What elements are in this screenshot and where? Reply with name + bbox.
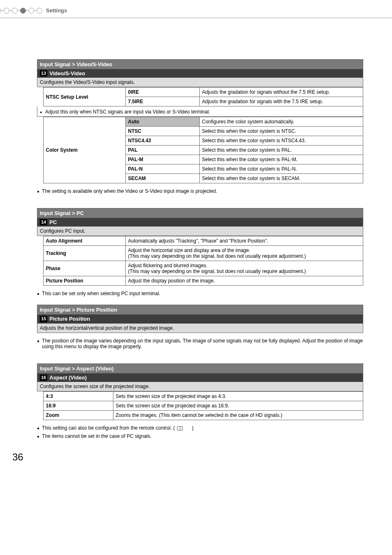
bead-empty xyxy=(4,8,9,14)
section4-desc: Configures the screen size of the projec… xyxy=(37,382,363,391)
pc-tracking-label: Tracking xyxy=(43,246,125,261)
cs-desc-secam: Select this when the color system is SEC… xyxy=(199,174,363,183)
cs-opt-auto: Auto xyxy=(125,117,199,127)
pc-table: Auto Alignment Automatically adjusts "Tr… xyxy=(37,236,363,286)
cs-opt-ntsc443: NTSC4.43 xyxy=(125,136,199,146)
bullet-icon: ● xyxy=(40,110,42,114)
section1-note-text: The setting is available only when the V… xyxy=(42,188,217,194)
section-aspect-video: Input Signal > Aspect (Video) 16 Aspect … xyxy=(0,363,392,439)
pc-auto-align-label: Auto Alignment xyxy=(43,236,125,246)
pc-picpos-desc: Adjust the display position of the image… xyxy=(125,276,363,286)
pc-tracking-desc: Adjust the horizontal size and display a… xyxy=(125,246,363,261)
section3-subheader: 15 Picture Position xyxy=(37,314,363,323)
section3-header: Input Signal > Picture Position xyxy=(37,305,363,314)
section4-note1-text-a: This setting can also be configured from… xyxy=(42,425,175,431)
spacer xyxy=(37,136,43,146)
spacer xyxy=(37,88,43,97)
aspect-zoom-label: Zoom xyxy=(43,410,113,420)
color-system-table: Color System Auto Configures the color s… xyxy=(37,117,363,183)
spacer xyxy=(37,117,43,127)
aspect-table: 4:3 Sets the screen size of the projecte… xyxy=(37,391,363,420)
spacer xyxy=(37,391,43,401)
section1-subtitle: Video/S-Video xyxy=(49,70,85,76)
aspect-43-label: 4:3 xyxy=(43,391,113,401)
section4-note2-text: The items cannot be set in the case of P… xyxy=(42,433,152,439)
section3-note: ● The position of the image varies depen… xyxy=(37,333,363,349)
ntsc-opt-0ire: 0IRE xyxy=(125,88,199,97)
cs-opt-paln: PAL-N xyxy=(125,164,199,174)
section-pc: Input Signal > PC 14 PC Configures PC in… xyxy=(0,208,392,296)
bead-empty xyxy=(12,8,18,14)
cs-desc-ntsc443: Select this when the color system is NTS… xyxy=(199,136,363,146)
bead-empty xyxy=(37,8,42,14)
section4-note1-wrap: This setting can also be configured from… xyxy=(42,425,194,431)
section3-note-text: The position of the image varies dependi… xyxy=(42,338,363,349)
cs-opt-pal: PAL xyxy=(125,146,199,155)
pc-phase-desc: Adjust flickering and blurred images. (T… xyxy=(125,261,363,276)
section4-note1-text-b: ) xyxy=(192,425,194,431)
spacer xyxy=(37,401,43,410)
badge-14: 14 xyxy=(40,219,47,225)
aspect-43-desc: Sets the screen size of the projected im… xyxy=(113,391,363,401)
cs-desc-auto: Configures the color system automaticall… xyxy=(199,117,363,127)
bullet-icon: ● xyxy=(37,434,39,439)
cs-opt-secam: SECAM xyxy=(125,174,199,183)
section2-note-text: This can be set only when selecting PC i… xyxy=(42,291,160,296)
badge-16: 16 xyxy=(40,375,47,381)
ntsc-desc-0ire: Adjusts the gradation for signals withou… xyxy=(199,88,363,97)
section4-subtitle: Aspect (Video) xyxy=(49,375,87,381)
aspect-169-label: 16:9 xyxy=(43,401,113,410)
spacer xyxy=(37,410,43,420)
spacer xyxy=(37,236,43,246)
section4-note1: ● This setting can also be configured fr… xyxy=(37,420,363,431)
page-number: 36 xyxy=(0,439,392,463)
section2-header: Input Signal > PC xyxy=(37,208,363,218)
pc-auto-align-desc: Automatically adjusts "Tracking", "Phase… xyxy=(125,236,363,246)
section1-inner-note: Adjust this only when NTSC signals are i… xyxy=(45,109,210,115)
spacer xyxy=(37,246,43,261)
section2-desc: Configures PC input. xyxy=(37,227,363,236)
pc-phase-label: Phase xyxy=(43,261,125,276)
bullet-icon: ● xyxy=(37,339,39,349)
gap xyxy=(0,349,392,363)
cs-opt-palm: PAL-M xyxy=(125,155,199,164)
spacer xyxy=(37,97,43,106)
section2-note: ● This can be set only when selecting PC… xyxy=(37,286,363,296)
section-picture-position: Input Signal > Picture Position 15 Pictu… xyxy=(0,305,392,349)
section3-subtitle: Picture Position xyxy=(49,316,90,322)
section1-inner-note-row: ● Adjust this only when NTSC signals are… xyxy=(37,106,363,117)
cs-desc-palm: Select this when the color system is PAL… xyxy=(199,155,363,164)
cs-opt-ntsc: NTSC xyxy=(125,127,199,136)
cs-desc-paln: Select this when the color system is PAL… xyxy=(199,164,363,174)
section4-note2: ● The items cannot be set in the case of… xyxy=(37,431,363,439)
section4-subheader: 16 Aspect (Video) xyxy=(37,373,363,382)
aspect-zoom-desc: Zooms the images. (This item cannot be s… xyxy=(113,410,363,420)
cs-label: Color System xyxy=(43,117,125,183)
spacer xyxy=(37,164,43,174)
badge-15: 15 xyxy=(40,316,47,322)
section1-desc: Configures the Video/S-Video input signa… xyxy=(37,78,363,87)
section2-subheader: 14 PC xyxy=(37,218,363,227)
spacer xyxy=(37,127,43,136)
bullet-icon: ● xyxy=(37,189,39,194)
spacer xyxy=(37,174,43,183)
section1-header: Input Signal > Video/S-Video xyxy=(37,59,363,69)
cs-desc-pal: Select this when the color system is PAL… xyxy=(199,146,363,155)
book-icon xyxy=(177,426,183,430)
ntsc-desc-75ire: Adjusts the gradation for signals with t… xyxy=(199,97,363,106)
page-header: Settings xyxy=(0,0,392,18)
section-video-svideo: Input Signal > Video/S-Video 13 Video/S-… xyxy=(0,59,392,194)
cs-desc-ntsc: Select this when the color system is NTS… xyxy=(199,127,363,136)
ntsc-label: NTSC Setup Level xyxy=(43,88,125,106)
gap xyxy=(0,296,392,305)
gap xyxy=(0,194,392,208)
bullet-icon: ● xyxy=(37,426,39,431)
pc-picpos-label: Picture Position xyxy=(43,276,125,286)
aspect-169-desc: Sets the screen size of the projected im… xyxy=(113,401,363,410)
spacer xyxy=(37,146,43,155)
bead-empty xyxy=(28,8,34,14)
spacer xyxy=(37,155,43,164)
section3-desc: Adjusts the horizontal/vertical position… xyxy=(37,324,363,333)
section4-header: Input Signal > Aspect (Video) xyxy=(37,363,363,373)
section1-subheader: 13 Video/S-Video xyxy=(37,69,363,78)
